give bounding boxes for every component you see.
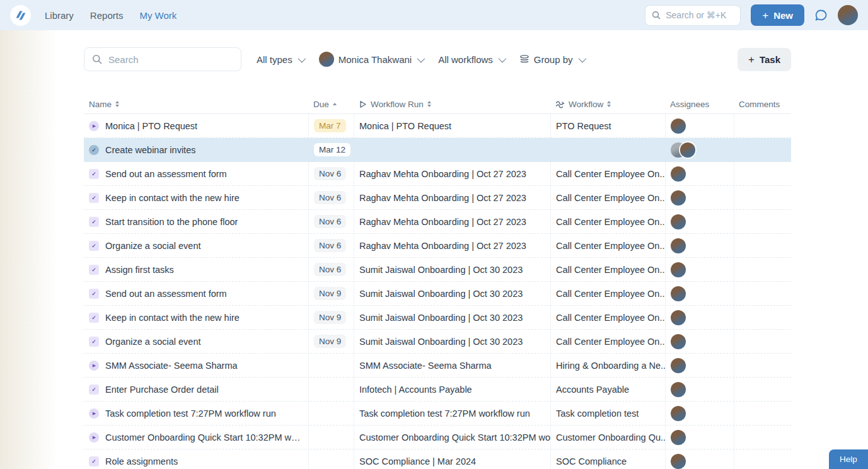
task-name[interactable]: Customer Onboarding Quick Start 10:32PM …	[105, 432, 303, 443]
workflow-run-cell[interactable]	[354, 138, 550, 161]
workflow-cell[interactable]: Customer Onboarding Qu...	[550, 426, 665, 449]
add-task-button[interactable]: + Task	[738, 48, 791, 71]
table-row[interactable]: Enter Purchase Order detail Infotech | A…	[84, 378, 791, 402]
workflow-run-cell[interactable]: Infotech | Accounts Payable	[354, 378, 550, 401]
task-name[interactable]: Monica | PTO Request	[105, 121, 197, 131]
workflow-cell[interactable]: Call Center Employee On...	[550, 258, 665, 281]
nav-library[interactable]: Library	[45, 10, 74, 21]
table-row[interactable]: Organize a social event Nov 9 Sumit Jais…	[84, 330, 791, 354]
workflow-cell[interactable]: Call Center Employee On...	[550, 234, 665, 257]
assignee-filter-dropdown[interactable]: Monica Thakwani	[319, 52, 423, 67]
table-row[interactable]: Start transition to the phone floor Nov …	[84, 210, 791, 234]
assignee-avatar[interactable]	[671, 119, 686, 134]
user-avatar[interactable]	[838, 5, 858, 25]
workflow-run-cell[interactable]: Monica | PTO Request	[354, 114, 550, 137]
app-logo-icon[interactable]	[10, 5, 31, 26]
workflow-run-cell[interactable]: SMM Associate- Seema Sharma	[354, 354, 550, 377]
workflow-run-cell[interactable]: Sumit Jaiswal Onboarding | Oct 30 2023	[354, 330, 550, 353]
task-name[interactable]: Assign first tasks	[105, 265, 174, 275]
workflow-run-cell[interactable]: Raghav Mehta Onboarding | Oct 27 2023	[354, 234, 550, 257]
task-name[interactable]: Organize a social event	[105, 337, 201, 347]
help-button[interactable]: Help	[829, 449, 868, 469]
workflow-run-cell[interactable]: Raghav Mehta Onboarding | Oct 27 2023	[354, 186, 550, 209]
new-button[interactable]: + New	[751, 4, 804, 26]
workflow-cell[interactable]: Call Center Employee On...	[550, 306, 665, 329]
table-row[interactable]: Create webinar invites Mar 12	[84, 138, 791, 162]
workflow-cell[interactable]: Call Center Employee On...	[550, 162, 665, 185]
task-search-input[interactable]	[108, 54, 233, 65]
workflow-cell[interactable]: Call Center Employee On...	[550, 282, 665, 305]
assignee-avatar[interactable]	[671, 262, 686, 277]
workflow-cell[interactable]: Accounts Payable	[550, 378, 665, 401]
task-search[interactable]	[84, 47, 241, 71]
assignee-avatar[interactable]	[680, 142, 695, 158]
workflow-run-cell[interactable]: Sumit Jaiswal Onboarding | Oct 30 2023	[354, 258, 550, 281]
assignee-avatar[interactable]	[671, 406, 686, 421]
header-workflow[interactable]: Workflow	[550, 100, 665, 109]
workflow-run-cell[interactable]: Raghav Mehta Onboarding | Oct 27 2023	[354, 162, 550, 185]
task-name[interactable]: SMM Associate- Seema Sharma	[105, 361, 238, 371]
workflow-cell[interactable]: Call Center Employee On...	[550, 330, 665, 353]
assignee-avatar[interactable]	[671, 166, 686, 182]
chevron-down-icon	[578, 54, 586, 62]
assignee-avatar[interactable]	[671, 430, 686, 445]
global-search-input[interactable]	[666, 10, 734, 20]
table-row[interactable]: Keep in contact with the new hire Nov 6 …	[84, 186, 791, 210]
table-row[interactable]: Send out an assessment form Nov 9 Sumit …	[84, 282, 791, 306]
type-filter-dropdown[interactable]: All types	[257, 54, 304, 65]
workflow-cell[interactable]	[550, 138, 665, 161]
plus-icon: +	[762, 10, 768, 21]
table-row[interactable]: Organize a social event Nov 6 Raghav Meh…	[84, 234, 791, 258]
assignee-avatar[interactable]	[671, 454, 686, 469]
table-row[interactable]: SMM Associate- Seema Sharma SMM Associat…	[84, 354, 791, 378]
workflow-run-cell[interactable]: SOC Compliance | Mar 2024	[354, 449, 550, 469]
workflow-cell[interactable]: Hiring & Onboarding a Ne...	[550, 354, 665, 377]
table-row[interactable]: Assign first tasks Nov 6 Sumit Jaiswal O…	[84, 258, 791, 282]
group-by-dropdown[interactable]: Group by	[519, 54, 584, 65]
task-name[interactable]: Send out an assessment form	[105, 169, 227, 179]
workflow-filter-dropdown[interactable]: All workflows	[438, 54, 504, 65]
global-search[interactable]	[645, 5, 741, 26]
workflow-cell[interactable]: SOC Compliance	[550, 449, 665, 469]
workflow-run-cell[interactable]: Sumit Jaiswal Onboarding | Oct 30 2023	[354, 282, 550, 305]
assignee-avatar[interactable]	[671, 214, 686, 229]
workflow-cell[interactable]: Task completion test	[550, 402, 665, 425]
workflow-cell[interactable]: PTO Request	[550, 114, 665, 137]
workflow-run-cell[interactable]: Customer Onboarding Quick Start 10:32PM …	[354, 426, 550, 449]
sort-icon	[607, 101, 611, 107]
workflow-cell[interactable]: Call Center Employee On...	[550, 186, 665, 209]
assignee-avatar[interactable]	[671, 190, 686, 206]
header-name[interactable]: Name	[84, 100, 308, 109]
table-row[interactable]: Monica | PTO Request Mar 7 Monica | PTO …	[84, 114, 791, 138]
table-row[interactable]: Keep in contact with the new hire Nov 9 …	[84, 306, 791, 330]
table-row[interactable]: Customer Onboarding Quick Start 10:32PM …	[84, 426, 791, 449]
task-name[interactable]: Enter Purchase Order detail	[105, 385, 219, 395]
workflow-run-cell[interactable]: Task completion test 7:27PM workflow run	[354, 402, 550, 425]
table-row[interactable]: Role assignments SOC Compliance | Mar 20…	[84, 449, 791, 469]
task-name[interactable]: Keep in contact with the new hire	[105, 193, 240, 203]
workflow-run-cell[interactable]: Sumit Jaiswal Onboarding | Oct 30 2023	[354, 306, 550, 329]
task-name[interactable]: Role assignments	[105, 456, 178, 466]
assignee-avatar[interactable]	[671, 334, 686, 349]
workflow-run-cell[interactable]: Raghav Mehta Onboarding | Oct 27 2023	[354, 210, 550, 233]
assignee-avatar[interactable]	[671, 310, 686, 325]
task-name[interactable]: Organize a social event	[105, 241, 201, 251]
workflow-cell[interactable]: Call Center Employee On...	[550, 210, 665, 233]
assignee-avatar[interactable]	[671, 382, 686, 397]
task-name[interactable]: Send out an assessment form	[105, 289, 227, 299]
header-due[interactable]: Due	[308, 100, 354, 109]
nav-my-work[interactable]: My Work	[139, 10, 176, 21]
task-name[interactable]: Keep in contact with the new hire	[105, 313, 240, 323]
header-workflow-run[interactable]: Workflow Run	[354, 100, 550, 109]
task-name[interactable]: Create webinar invites	[105, 145, 195, 155]
table-row[interactable]: Send out an assessment form Nov 6 Raghav…	[84, 162, 791, 186]
assignee-avatar[interactable]	[671, 358, 686, 373]
task-name[interactable]: Start transition to the phone floor	[105, 217, 238, 227]
task-name[interactable]: Task completion test 7:27PM workflow run	[105, 408, 276, 419]
assignee-avatar[interactable]	[671, 238, 686, 253]
assignee-avatar[interactable]	[671, 286, 686, 301]
due-cell	[308, 449, 354, 469]
table-row[interactable]: Task completion test 7:27PM workflow run…	[84, 402, 791, 426]
nav-reports[interactable]: Reports	[90, 10, 124, 21]
chat-bubble-icon[interactable]	[814, 9, 828, 22]
